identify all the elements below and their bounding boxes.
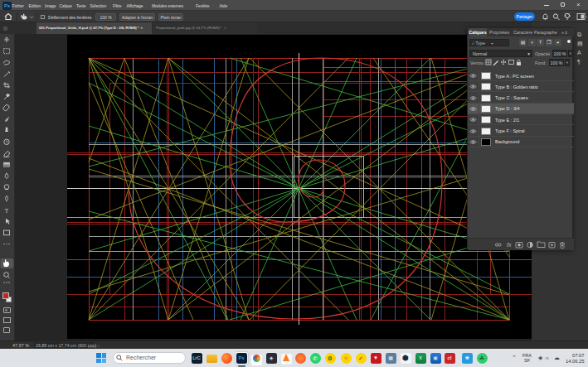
svg-text:fx: fx [507, 242, 512, 248]
svg-text:T: T [5, 207, 9, 215]
